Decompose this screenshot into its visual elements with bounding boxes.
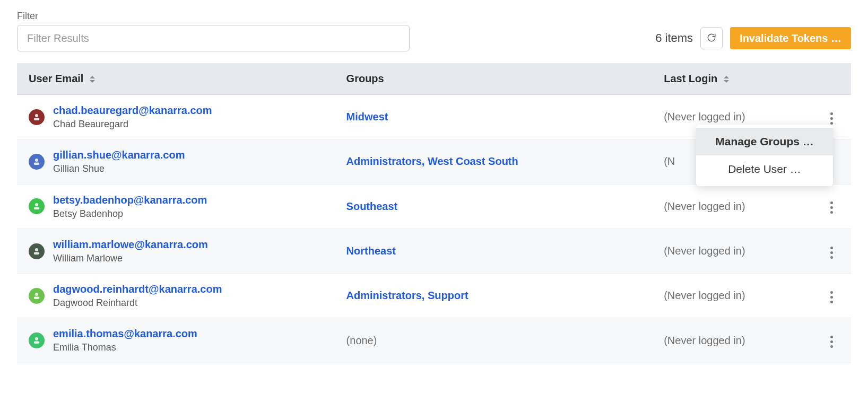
users-table: User Email Groups Last Login chad.beaure…	[17, 63, 851, 363]
avatar	[29, 109, 45, 125]
svg-rect-3	[34, 162, 40, 165]
avatar	[29, 332, 45, 348]
avatar	[29, 288, 45, 304]
menu-item-manage-groups[interactable]: Manage Groups …	[696, 128, 833, 155]
group-link[interactable]: Administrators	[346, 290, 422, 301]
avatar	[29, 198, 45, 214]
group-link[interactable]: Midwest	[346, 111, 388, 122]
last-login: (Never logged in)	[664, 335, 745, 346]
refresh-button[interactable]	[700, 27, 723, 49]
svg-rect-7	[34, 252, 40, 255]
table-row: dagwood.reinhardt@kanarra.comDagwood Rei…	[17, 274, 851, 318]
last-login: (Never logged in)	[664, 245, 745, 257]
group-separator: ,	[422, 290, 428, 301]
avatar	[29, 154, 45, 170]
menu-item-delete-user[interactable]: Delete User …	[696, 155, 833, 183]
user-email-link[interactable]: chad.beauregard@kanarra.com	[53, 103, 212, 118]
user-name: Dagwood Reinhardt	[53, 296, 222, 309]
user-email-link[interactable]: betsy.badenhop@kanarra.com	[53, 193, 207, 207]
last-login: (Never logged in)	[664, 290, 745, 301]
group-link[interactable]: Southeast	[346, 200, 398, 212]
last-login: (N	[664, 155, 675, 167]
items-count: 6 items	[655, 31, 693, 45]
table-row: gillian.shue@kanarra.comGillian ShueAdmi…	[17, 139, 851, 184]
svg-point-2	[35, 159, 38, 162]
svg-point-4	[35, 203, 38, 206]
col-header-groups-label: Groups	[346, 73, 384, 84]
col-header-groups[interactable]: Groups	[335, 63, 653, 95]
user-email-link[interactable]: william.marlowe@kanarra.com	[53, 238, 208, 252]
row-actions-button[interactable]	[826, 242, 837, 263]
svg-point-8	[35, 293, 38, 296]
col-header-user-email[interactable]: User Email	[17, 63, 335, 95]
sort-icon	[724, 76, 729, 83]
user-email-link[interactable]: gillian.shue@kanarra.com	[53, 148, 185, 162]
filter-input[interactable]	[17, 25, 410, 51]
sort-icon	[90, 76, 95, 83]
svg-rect-1	[34, 118, 40, 120]
col-header-actions	[812, 63, 851, 95]
row-actions-menu: Manage Groups …Delete User …	[696, 125, 833, 186]
row-actions-button[interactable]	[826, 331, 837, 352]
row-actions-button[interactable]	[826, 287, 837, 308]
user-name: Betsy Badenhop	[53, 207, 207, 220]
svg-point-0	[35, 114, 38, 117]
svg-rect-9	[34, 296, 40, 299]
avatar	[29, 243, 45, 259]
refresh-icon	[707, 33, 716, 44]
svg-point-10	[35, 337, 38, 340]
groups-none: (none)	[346, 335, 377, 346]
invalidate-tokens-button[interactable]: Invalidate Tokens …	[730, 27, 851, 49]
svg-rect-11	[34, 341, 40, 344]
user-name: Gillian Shue	[53, 162, 185, 175]
svg-rect-5	[34, 207, 40, 210]
col-header-user-email-label: User Email	[29, 73, 83, 84]
user-name: Emilia Thomas	[53, 341, 197, 354]
group-link[interactable]: Support	[428, 290, 468, 301]
group-separator: ,	[422, 155, 428, 167]
col-header-last-login-label: Last Login	[664, 73, 717, 84]
user-email-link[interactable]: emilia.thomas@kanarra.com	[53, 327, 197, 341]
group-link[interactable]: West Coast South	[428, 155, 518, 167]
col-header-last-login[interactable]: Last Login	[652, 63, 812, 95]
filter-label: Filter	[17, 11, 851, 22]
table-row: william.marlowe@kanarra.comWilliam Marlo…	[17, 229, 851, 273]
user-name: Chad Beauregard	[53, 118, 212, 130]
svg-point-6	[35, 248, 38, 251]
last-login: (Never logged in)	[664, 200, 745, 212]
last-login: (Never logged in)	[664, 111, 745, 122]
user-name: William Marlowe	[53, 252, 208, 265]
user-email-link[interactable]: dagwood.reinhardt@kanarra.com	[53, 282, 222, 296]
table-row: betsy.badenhop@kanarra.comBetsy Badenhop…	[17, 184, 851, 229]
group-link[interactable]: Administrators	[346, 155, 422, 167]
table-row: emilia.thomas@kanarra.comEmilia Thomas(n…	[17, 318, 851, 363]
row-actions-button[interactable]	[826, 197, 837, 218]
group-link[interactable]: Northeast	[346, 245, 396, 257]
